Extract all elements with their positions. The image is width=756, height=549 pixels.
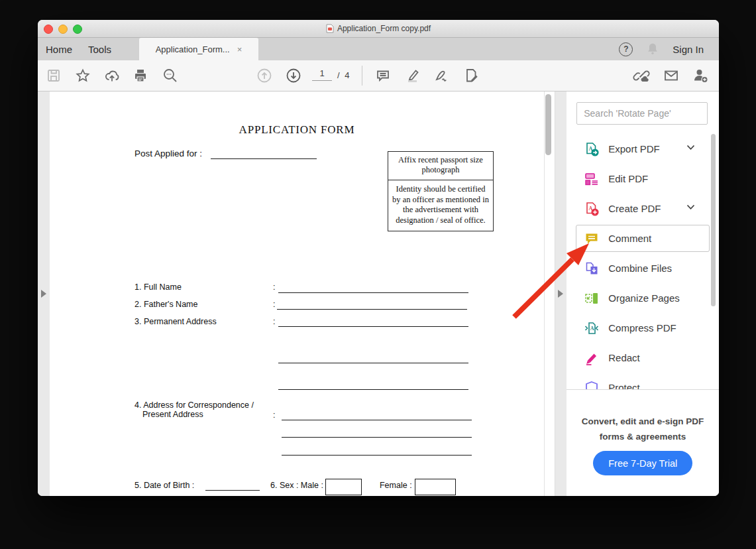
field-full-name-line bbox=[278, 292, 468, 293]
address-extra-line bbox=[278, 363, 468, 363]
close-tab-icon[interactable]: × bbox=[237, 45, 243, 54]
colon: : bbox=[273, 317, 275, 326]
compress-pdf-icon: A bbox=[584, 321, 599, 336]
chevron-down-icon[interactable] bbox=[686, 204, 695, 210]
tool-comment[interactable]: Comment bbox=[576, 225, 710, 252]
tool-label: Redact bbox=[608, 352, 640, 363]
combine-files-icon bbox=[584, 261, 599, 276]
tool-label: Organize Pages bbox=[608, 292, 680, 304]
toolbar: 1 / 4 bbox=[38, 60, 719, 91]
field-full-name-label: 1. Full Name bbox=[135, 282, 182, 292]
fill-and-sign-tool-icon[interactable] bbox=[433, 67, 451, 84]
title-bar: Application_Form copy.pdf bbox=[38, 20, 719, 38]
cloud-upload-icon[interactable] bbox=[103, 67, 121, 84]
zoom-window-button[interactable] bbox=[73, 25, 82, 34]
comment-icon bbox=[584, 231, 599, 246]
window-title-text: Application_Form copy.pdf bbox=[337, 24, 431, 33]
search-icon[interactable] bbox=[162, 67, 179, 84]
print-icon[interactable] bbox=[132, 67, 149, 84]
organize-pages-icon bbox=[584, 291, 599, 306]
tool-protect[interactable]: Protect bbox=[567, 373, 719, 389]
document-scrollbar[interactable] bbox=[545, 94, 551, 155]
page-number-input[interactable]: 1 bbox=[312, 68, 332, 81]
female-checkbox[interactable] bbox=[415, 479, 456, 495]
tool-create-pdf[interactable]: A Create PDF bbox=[567, 194, 719, 223]
window-title: Application_Form copy.pdf bbox=[326, 24, 431, 33]
svg-text:A: A bbox=[590, 326, 594, 332]
redact-icon bbox=[584, 351, 599, 365]
tool-compress-pdf[interactable]: A Compress PDF bbox=[567, 313, 719, 343]
sign-in-button[interactable]: Sign In bbox=[673, 44, 704, 55]
form-title: APPLICATION FORM bbox=[50, 123, 544, 137]
promo-line-1: Convert, edit and e-sign PDF bbox=[578, 414, 707, 429]
minimize-window-button[interactable] bbox=[58, 25, 68, 34]
add-user-icon[interactable] bbox=[692, 67, 709, 84]
field-correspondence-label-2: Present Address bbox=[142, 410, 203, 419]
photo-box-bottom-text: Identity should be certified by an offic… bbox=[388, 180, 493, 231]
save-icon[interactable] bbox=[45, 67, 62, 84]
export-pdf-icon: A bbox=[584, 142, 599, 156]
promo-line-2: forms & agreements bbox=[578, 429, 707, 444]
tools-sidebar: A Export PDF Edit PDF A Create PDF bbox=[567, 91, 719, 496]
star-favorite-icon[interactable] bbox=[74, 67, 91, 84]
page-total-label: / 4 bbox=[337, 70, 351, 80]
tab-tools[interactable]: Tools bbox=[80, 38, 119, 60]
correspondence-extra-line bbox=[282, 437, 472, 438]
field-permanent-address-label: 3. Permanent Address bbox=[135, 317, 217, 326]
field-permanent-address-line bbox=[278, 326, 468, 327]
collapse-tools-panel-icon[interactable] bbox=[558, 290, 563, 298]
share-link-icon[interactable] bbox=[633, 67, 650, 84]
field-father-name-line bbox=[277, 309, 467, 310]
free-trial-button[interactable]: Free 7-Day Trial bbox=[593, 451, 692, 475]
colon: : bbox=[273, 282, 275, 292]
tool-edit-pdf[interactable]: Edit PDF bbox=[567, 164, 719, 194]
male-checkbox[interactable] bbox=[325, 479, 362, 495]
trial-promo: Convert, edit and e-sign PDF forms & agr… bbox=[567, 389, 719, 496]
previous-page-icon[interactable] bbox=[256, 67, 273, 84]
tool-label: Create PDF bbox=[608, 203, 661, 214]
close-window-button[interactable] bbox=[44, 25, 53, 34]
colon: : bbox=[273, 410, 275, 420]
field-sex-male-label: 6. Sex : Male : bbox=[270, 481, 323, 490]
tool-label: Comment bbox=[608, 233, 651, 244]
edit-page-tool-icon[interactable] bbox=[462, 67, 480, 84]
correspondence-extra-line bbox=[282, 455, 472, 456]
tool-export-pdf[interactable]: A Export PDF bbox=[567, 134, 719, 164]
left-panel-strip bbox=[38, 91, 50, 496]
comment-tool-icon[interactable] bbox=[374, 67, 392, 84]
highlight-tool-icon[interactable] bbox=[404, 67, 421, 84]
tab-document[interactable]: Application_Form... × bbox=[139, 38, 258, 60]
tools-search-input[interactable] bbox=[576, 102, 708, 125]
colon: : bbox=[273, 300, 275, 309]
tool-label: Edit PDF bbox=[608, 173, 648, 184]
acrobat-window: Application_Form copy.pdf Home Tools App… bbox=[38, 20, 719, 496]
tab-document-label: Application_Form... bbox=[156, 44, 230, 54]
content-area: APPLICATION FORM Post Applied for : Affi… bbox=[38, 91, 719, 496]
next-page-icon[interactable] bbox=[285, 67, 302, 84]
chevron-down-icon[interactable] bbox=[686, 145, 695, 151]
field-correspondence-line bbox=[282, 420, 472, 420]
post-applied-label: Post Applied for : bbox=[135, 149, 202, 158]
tools-list: A Export PDF Edit PDF A Create PDF bbox=[567, 134, 719, 389]
field-dob-label: 5. Date of Birth : bbox=[135, 481, 194, 490]
tool-redact[interactable]: Redact bbox=[567, 343, 719, 373]
tool-label: Combine Files bbox=[608, 263, 672, 274]
pdf-file-icon bbox=[326, 24, 334, 33]
expand-left-panel-icon[interactable] bbox=[41, 290, 46, 298]
tool-organize-pages[interactable]: Organize Pages bbox=[567, 283, 719, 313]
notifications-bell-icon[interactable] bbox=[645, 41, 660, 57]
edit-pdf-icon bbox=[584, 172, 599, 186]
address-extra-line bbox=[278, 389, 468, 390]
female-label: Female : bbox=[380, 481, 412, 490]
tool-label: Protect bbox=[608, 382, 640, 389]
document-pane[interactable]: APPLICATION FORM Post Applied for : Affi… bbox=[50, 91, 555, 496]
tool-label: Export PDF bbox=[608, 143, 660, 154]
tab-bar-right: ? Sign In bbox=[619, 41, 719, 57]
field-father-name-label: 2. Father's Name bbox=[135, 300, 197, 309]
tool-combine-files[interactable]: Combine Files bbox=[567, 253, 719, 283]
email-icon[interactable] bbox=[663, 67, 680, 84]
sidebar-scrollbar[interactable] bbox=[711, 134, 716, 306]
page-edge bbox=[544, 91, 545, 496]
tab-home[interactable]: Home bbox=[38, 38, 80, 60]
help-icon[interactable]: ? bbox=[619, 42, 633, 56]
